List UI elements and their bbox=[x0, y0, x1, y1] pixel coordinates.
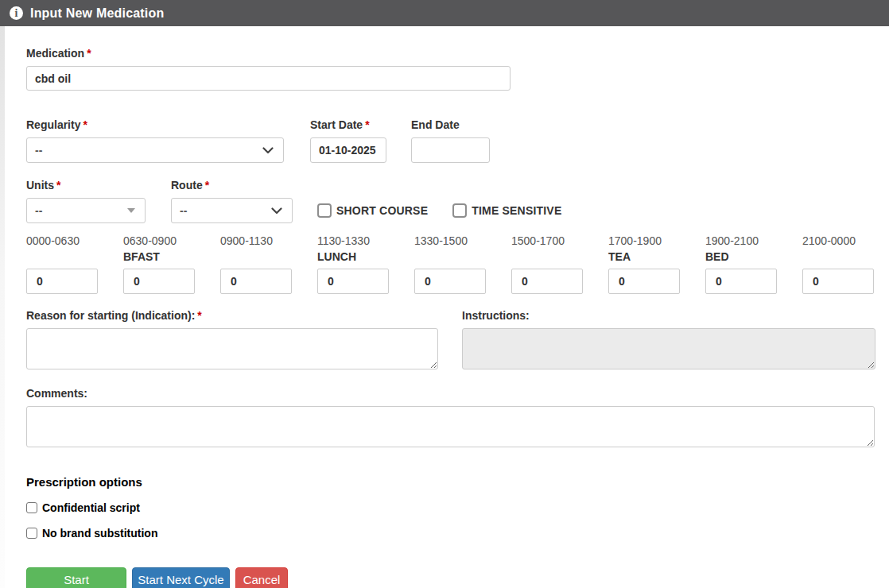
units-selected-value: -- bbox=[35, 204, 42, 217]
start-date-input[interactable] bbox=[310, 137, 386, 163]
time-slot-range-label: 1500-1700 bbox=[511, 234, 608, 250]
medication-input[interactable] bbox=[26, 66, 510, 91]
time-slot-dose-input[interactable] bbox=[511, 269, 583, 294]
time-slot-dose-input[interactable] bbox=[705, 269, 777, 294]
time-slot-range-label: 1330-1500 bbox=[414, 234, 511, 250]
required-asterisk: * bbox=[197, 309, 201, 322]
time-slot-dose-input[interactable] bbox=[220, 269, 292, 294]
instructions-textarea bbox=[462, 328, 875, 369]
regularity-field-group: Regularity* -- bbox=[26, 118, 284, 163]
reason-textarea[interactable] bbox=[26, 328, 438, 369]
time-slot-meal-label bbox=[802, 250, 889, 269]
regularity-label: Regularity* bbox=[26, 118, 284, 131]
route-field-group: Route* -- bbox=[171, 179, 293, 223]
confidential-script-checkbox[interactable] bbox=[26, 502, 37, 513]
time-slot-dose-input[interactable] bbox=[802, 269, 874, 294]
time-slot-column: 0900-1130 bbox=[220, 234, 317, 294]
required-asterisk: * bbox=[205, 179, 209, 191]
time-slot-column: 1330-1500 bbox=[414, 234, 511, 294]
reason-label-text: Reason for starting (Indication): bbox=[26, 309, 195, 322]
reason-field-group: Reason for starting (Indication):* bbox=[26, 309, 438, 373]
short-course-checkbox[interactable] bbox=[317, 203, 332, 218]
required-asterisk: * bbox=[365, 118, 369, 131]
dates-row: Regularity* -- Start Date* End Date bbox=[26, 118, 889, 163]
start-date-label-text: Start Date bbox=[310, 118, 363, 131]
instructions-label: Instructions: bbox=[462, 309, 875, 322]
time-slot-meal-label bbox=[511, 250, 608, 269]
required-asterisk: * bbox=[56, 179, 60, 191]
medication-label-text: Medication bbox=[26, 47, 84, 60]
instructions-label-text: Instructions: bbox=[462, 309, 530, 322]
time-slot-column: 1500-1700 bbox=[511, 234, 608, 294]
medication-label: Medication* bbox=[26, 47, 889, 60]
time-slot-meal-label bbox=[26, 250, 123, 269]
short-course-option: SHORT COURSE bbox=[317, 203, 428, 218]
time-slot-range-label: 0000-0630 bbox=[26, 234, 123, 250]
confidential-script-label: Confidential script bbox=[42, 501, 140, 514]
time-slot-column: 1130-1330 LUNCH bbox=[317, 234, 414, 294]
time-slot-dose-input[interactable] bbox=[317, 269, 389, 294]
units-route-row: Units* -- Route* -- SHORT COURSE bbox=[26, 179, 889, 223]
regularity-select[interactable]: -- bbox=[26, 137, 284, 163]
time-slot-meal-label: BFAST bbox=[123, 250, 220, 269]
route-label-text: Route bbox=[171, 179, 203, 191]
time-slot-dose-input[interactable] bbox=[123, 269, 195, 294]
route-select[interactable]: -- bbox=[171, 198, 293, 223]
time-slot-column: 0000-0630 bbox=[26, 234, 123, 294]
time-slot-column: 0630-0900 BFAST bbox=[123, 234, 220, 294]
medication-form: Medication* Regularity* -- Start Date* bbox=[0, 26, 889, 588]
chevron-down-icon bbox=[271, 207, 282, 215]
required-asterisk: * bbox=[83, 118, 87, 131]
end-date-label: End Date bbox=[411, 118, 490, 131]
end-date-label-text: End Date bbox=[411, 118, 460, 131]
start-date-field-group: Start Date* bbox=[310, 118, 386, 163]
reason-instructions-row: Reason for starting (Indication):* Instr… bbox=[26, 309, 889, 373]
time-slot-range-label: 2100-0000 bbox=[802, 234, 889, 250]
no-brand-substitution-option: No brand substitution bbox=[26, 527, 889, 540]
cancel-button[interactable]: Cancel bbox=[235, 567, 288, 588]
reason-label: Reason for starting (Indication):* bbox=[26, 309, 438, 322]
comments-textarea[interactable] bbox=[26, 406, 875, 447]
start-next-cycle-button[interactable]: Start Next Cycle bbox=[132, 567, 230, 588]
time-slot-column: 1700-1900 TEA bbox=[608, 234, 705, 294]
units-select[interactable]: -- bbox=[26, 198, 146, 223]
time-sensitive-option: TIME SENSITIVE bbox=[452, 203, 561, 218]
time-slot-dose-input[interactable] bbox=[414, 269, 486, 294]
time-slot-range-label: 0630-0900 bbox=[123, 234, 220, 250]
start-button[interactable]: Start bbox=[26, 567, 126, 588]
comments-label: Comments: bbox=[26, 387, 889, 400]
time-sensitive-label: TIME SENSITIVE bbox=[472, 204, 561, 217]
time-slot-meal-label: LUNCH bbox=[317, 250, 414, 269]
medication-field-group: Medication* bbox=[26, 47, 889, 91]
no-brand-substitution-label: No brand substitution bbox=[42, 527, 157, 540]
no-brand-substitution-checkbox[interactable] bbox=[26, 528, 37, 539]
time-slot-range-label: 1900-2100 bbox=[705, 234, 802, 250]
time-slot-range-label: 1700-1900 bbox=[608, 234, 705, 250]
comments-field-group: Comments: bbox=[26, 387, 889, 451]
units-label-text: Units bbox=[26, 179, 54, 191]
time-slot-meal-label bbox=[414, 250, 511, 269]
units-field-group: Units* -- bbox=[26, 179, 146, 223]
regularity-selected-value: -- bbox=[35, 144, 42, 157]
regularity-label-text: Regularity bbox=[26, 118, 80, 131]
triangle-down-icon bbox=[127, 208, 135, 213]
time-sensitive-checkbox[interactable] bbox=[452, 203, 467, 218]
time-slot-range-label: 1130-1330 bbox=[317, 234, 414, 250]
form-actions: Start Start Next Cycle Cancel bbox=[26, 567, 889, 588]
comments-label-text: Comments: bbox=[26, 387, 87, 400]
info-icon: i bbox=[10, 6, 23, 20]
time-slot-meal-label: BED bbox=[705, 250, 802, 269]
time-slot-dose-input[interactable] bbox=[608, 269, 680, 294]
prescription-options-heading: Prescription options bbox=[26, 475, 889, 489]
time-slot-dose-input[interactable] bbox=[26, 269, 98, 294]
page-title: Input New Medication bbox=[30, 6, 164, 21]
chevron-down-icon bbox=[262, 147, 274, 154]
units-label: Units* bbox=[26, 179, 146, 191]
left-gutter bbox=[0, 26, 5, 588]
end-date-field-group: End Date bbox=[411, 118, 490, 163]
time-slot-column: 1900-2100 BED bbox=[705, 234, 802, 294]
instructions-field-group: Instructions: bbox=[462, 309, 875, 373]
time-slot-meal-label bbox=[220, 250, 317, 269]
end-date-input[interactable] bbox=[411, 137, 490, 163]
route-label: Route* bbox=[171, 179, 293, 191]
